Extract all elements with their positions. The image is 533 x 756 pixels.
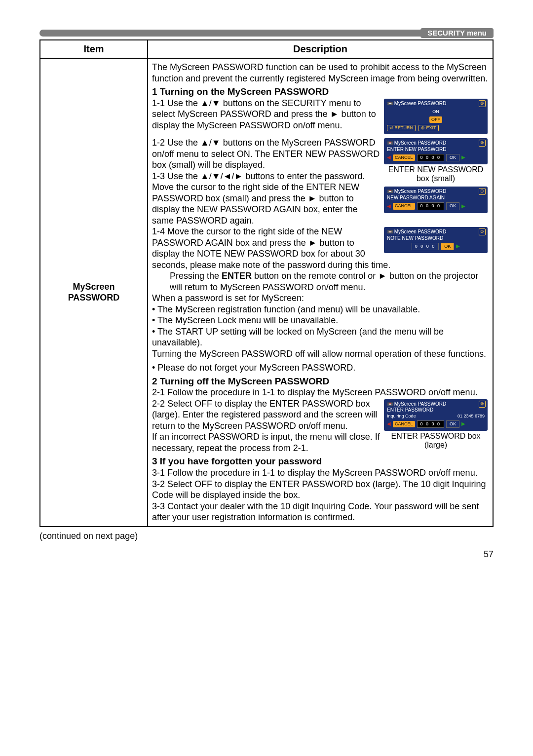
step-2-1: 2-1 Follow the procedure in 1-1 to displ…: [152, 387, 489, 398]
page-number: 57: [39, 549, 494, 560]
osd-off: OFF: [429, 116, 442, 123]
continued-note: (continued on next page): [39, 531, 494, 541]
close-icon: ⊙: [479, 228, 486, 235]
step-3-3: 3-3 Contact your dealer with the 10 digi…: [152, 501, 489, 523]
caption-line1: ENTER NEW PASSWORD: [388, 165, 484, 174]
osd-cancel: CANCEL: [393, 154, 415, 161]
osd-onoff: ⊗ 📼 MyScreen PASSWORD ON OFF ⏎:RETURN ⊕:…: [384, 99, 488, 134]
item-name-l2: PASSWORD: [68, 293, 120, 302]
close-icon: ⊗: [479, 100, 486, 107]
section-1-title: 1 Turning on the MyScreen PASSWORD: [152, 86, 489, 98]
osd-ok: OK: [446, 154, 459, 161]
osd-inq-label: Inquiring Code: [387, 414, 416, 419]
caption-line2: box (small): [417, 174, 455, 183]
step-1-tail: Pressing the ENTER button on the remote …: [152, 270, 489, 293]
turnoff-line: Turning the MyScreen PASSWORD off will a…: [152, 348, 489, 360]
item-name-l1: MyScreen: [73, 282, 114, 292]
close-icon: ⊗: [479, 401, 486, 408]
step-3-2: 3-2 Select OFF to display the ENTER PASS…: [152, 479, 489, 501]
bullet-1: • The MyScreen registration function (an…: [152, 304, 489, 315]
section-3-title: 3 If you have forgotten your password: [152, 455, 489, 467]
when-set: When a password is set for MyScreen:: [152, 293, 489, 304]
osd-note: ⊙ 📼 MyScreen PASSWORD NOTE NEW PASSWORD …: [384, 227, 488, 253]
osd-return: ⏎:RETURN: [387, 125, 416, 131]
osd-enter-large: ⊗ 📼 MyScreen PASSWORD ENTER PASSWORD Inq…: [384, 399, 488, 450]
col-description: Description: [148, 40, 493, 58]
osd-again-label: NEW PASSWORD AGAIN: [387, 195, 485, 201]
osd-title: 📼 MyScreen PASSWORD: [387, 101, 485, 107]
step-3-1: 3-1 Follow the procedure in 1-1 to displ…: [152, 467, 489, 479]
close-icon: ⊗: [479, 140, 486, 147]
osd-enter-new-small: ⊗ 📼 MyScreen PASSWORD ENTER NEW PASSWORD…: [384, 138, 488, 183]
intro-text: The MyScreen PASSWORD function can be us…: [152, 62, 489, 84]
caption-large-l2: (large): [424, 441, 447, 449]
osd-inq-no: 01 2345 6789: [457, 414, 485, 419]
bullet-2: • The MyScreen Lock menu will be unavail…: [152, 315, 489, 326]
dont-forget: • Please do not forget your MyScreen PAS…: [152, 362, 489, 374]
header-rule: SECURITY menu: [39, 30, 494, 37]
caption-large-l1: ENTER PASSWORD box: [391, 432, 480, 440]
osd-on: ON: [430, 109, 441, 115]
bullet-3: • The START UP setting will be locked on…: [152, 326, 489, 348]
header-tab: SECURITY menu: [420, 28, 494, 38]
osd-enter-label: ENTER PASSWORD: [387, 407, 485, 414]
item-cell: MyScreen PASSWORD: [40, 58, 148, 527]
osd-note-label: NOTE NEW PASSWORD: [387, 235, 485, 242]
section-2-title: 2 Turning off the MyScreen PASSWORD: [152, 376, 489, 387]
osd-digits: 0 0 0 0: [417, 154, 445, 161]
osd-again: ⊙ 📼 MyScreen PASSWORD NEW PASSWORD AGAIN…: [384, 187, 488, 213]
osd-exit: ⊕:EXIT: [419, 125, 439, 131]
description-cell: The MyScreen PASSWORD function can be us…: [148, 58, 493, 527]
close-icon: ⊙: [479, 188, 486, 195]
content-table: Item Description MyScreen PASSWORD The M…: [39, 39, 494, 527]
col-item: Item: [40, 40, 148, 58]
osd-enter-new: ENTER NEW PASSWORD: [387, 147, 485, 153]
